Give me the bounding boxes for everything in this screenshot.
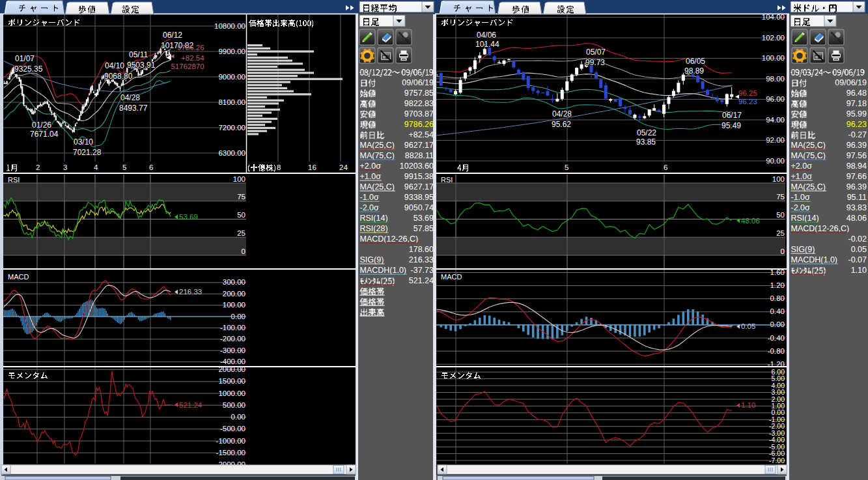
svg-text:96.23: 96.23 [738, 98, 757, 106]
svg-text:-2.0σ: -2.0σ [791, 203, 811, 212]
svg-text:7200.00: 7200.00 [218, 124, 245, 132]
svg-text:MA(25,C): MA(25,C) [360, 182, 395, 191]
svg-text:101.44: 101.44 [475, 40, 499, 49]
svg-text:100.00: 100.00 [762, 54, 785, 62]
svg-text:MACDH(1.0): MACDH(1.0) [360, 266, 407, 275]
svg-text:RSI(14): RSI(14) [360, 214, 388, 223]
svg-text:SIG(9): SIG(9) [360, 255, 384, 264]
svg-text:MACDH(1.0): MACDH(1.0) [791, 255, 838, 264]
svg-text:+1.0σ: +1.0σ [791, 172, 813, 181]
svg-text:-1500.00: -1500.00 [216, 449, 245, 457]
svg-text:5: 5 [565, 163, 568, 171]
svg-text:06/12: 06/12 [163, 31, 182, 40]
svg-text:48.06: 48.06 [741, 217, 760, 225]
svg-text:0.40: 0.40 [770, 307, 785, 315]
svg-text:9503.91: 9503.91 [127, 61, 156, 70]
svg-text:04/28: 04/28 [120, 93, 140, 102]
svg-text:57.85: 57.85 [413, 224, 434, 233]
svg-text:MACD: MACD [441, 273, 462, 281]
svg-text:MACD: MACD [8, 273, 29, 281]
svg-text:95.99: 95.99 [847, 109, 867, 119]
svg-text:0: 0 [242, 247, 245, 255]
svg-text:0.80: 0.80 [770, 294, 785, 302]
svg-text:7021.28: 7021.28 [73, 148, 102, 157]
svg-text:100: 100 [772, 175, 785, 183]
svg-text:95.62: 95.62 [552, 120, 571, 129]
svg-text:97.66: 97.66 [847, 172, 867, 181]
svg-text:9325.35: 9325.35 [14, 64, 43, 74]
svg-text:50: 50 [776, 211, 785, 219]
svg-text:-0.27: -0.27 [848, 130, 867, 139]
svg-text:+1.0σ: +1.0σ [360, 172, 382, 181]
svg-text:1.20: 1.20 [770, 281, 785, 289]
svg-text:93.85: 93.85 [636, 137, 656, 147]
svg-text:6300.00: 6300.00 [218, 149, 245, 157]
svg-text:0: 0 [781, 247, 785, 255]
svg-text:09/06/19: 09/06/19 [402, 78, 434, 87]
svg-text:1000.00: 1000.00 [218, 389, 245, 397]
svg-text:04/06: 04/06 [477, 31, 496, 40]
svg-text:48.06: 48.06 [847, 214, 867, 223]
svg-text:MA(25,C): MA(25,C) [791, 182, 826, 191]
svg-text:06/05: 06/05 [686, 57, 705, 66]
svg-text:94.00: 94.00 [766, 116, 785, 124]
svg-text:-400.00: -400.00 [220, 358, 245, 365]
svg-text:521.24: 521.24 [409, 276, 434, 285]
svg-text:0.00: 0.00 [231, 413, 245, 421]
svg-text:RSI(28): RSI(28) [360, 224, 388, 233]
svg-text:-500.00: -500.00 [220, 425, 245, 432]
svg-text:9786.26: 9786.26 [177, 44, 204, 51]
svg-text:1.10: 1.10 [851, 266, 867, 275]
svg-text:2000.00: 2000.00 [218, 365, 245, 373]
svg-text:96.39: 96.39 [847, 141, 867, 150]
svg-text:+82.54: +82.54 [408, 130, 434, 139]
svg-text:9786.26: 9786.26 [404, 120, 434, 129]
svg-text:25: 25 [776, 229, 785, 237]
svg-text:10203.60: 10203.60 [400, 162, 434, 171]
svg-text:97.56: 97.56 [847, 151, 867, 160]
svg-text:95.11: 95.11 [847, 193, 867, 202]
svg-text:RSI: RSI [8, 176, 20, 184]
svg-text:16: 16 [308, 163, 316, 171]
svg-text:96.39: 96.39 [847, 182, 867, 191]
svg-text:96.23: 96.23 [847, 120, 867, 129]
svg-text:216.33: 216.33 [409, 255, 434, 264]
svg-text:96.25: 96.25 [738, 89, 757, 97]
svg-text:MACD(12-26,C): MACD(12-26,C) [791, 224, 850, 233]
svg-text:-2.0σ: -2.0σ [360, 203, 380, 212]
svg-text:178.60: 178.60 [409, 245, 434, 254]
svg-text:6: 6 [149, 163, 153, 171]
svg-text:97.18: 97.18 [847, 99, 867, 108]
svg-text:93.83: 93.83 [847, 203, 867, 212]
svg-text:8828.11: 8828.11 [405, 151, 434, 160]
svg-text:-0.02: -0.02 [848, 234, 867, 244]
svg-text:2: 2 [36, 163, 40, 171]
svg-text:8493.77: 8493.77 [119, 104, 148, 113]
svg-text:9627.17: 9627.17 [404, 141, 434, 150]
svg-text:95.49: 95.49 [721, 121, 741, 130]
svg-text:75: 75 [237, 193, 245, 201]
svg-text:05/07: 05/07 [586, 48, 606, 57]
svg-text:96.00: 96.00 [766, 95, 785, 103]
svg-text:9915.38: 9915.38 [404, 172, 434, 181]
svg-text:9900.00: 9900.00 [218, 48, 245, 55]
svg-text:53.69: 53.69 [413, 214, 434, 223]
svg-text:MA(75,C): MA(75,C) [791, 151, 826, 160]
svg-text:01/26: 01/26 [32, 120, 51, 130]
svg-text:+2.0σ: +2.0σ [791, 162, 813, 171]
svg-text:MA(25,C): MA(25,C) [360, 141, 395, 150]
svg-text:9000.00: 9000.00 [218, 73, 245, 81]
svg-text:90.00: 90.00 [766, 157, 785, 165]
svg-text:+82.54: +82.54 [181, 54, 204, 62]
svg-text:SIG(9): SIG(9) [791, 245, 815, 254]
svg-text:09/06/19: 09/06/19 [835, 78, 867, 87]
svg-text:03/10: 03/10 [74, 137, 93, 147]
svg-text:-200.00: -200.00 [220, 335, 245, 343]
svg-text:75: 75 [776, 193, 785, 201]
svg-text:200.00: 200.00 [223, 290, 245, 298]
svg-text:216.33: 216.33 [179, 288, 202, 296]
svg-text:102.00: 102.00 [762, 34, 785, 42]
svg-text:-0.07: -0.07 [848, 255, 867, 264]
svg-text:100.00: 100.00 [223, 301, 245, 309]
svg-text:6: 6 [664, 163, 667, 171]
